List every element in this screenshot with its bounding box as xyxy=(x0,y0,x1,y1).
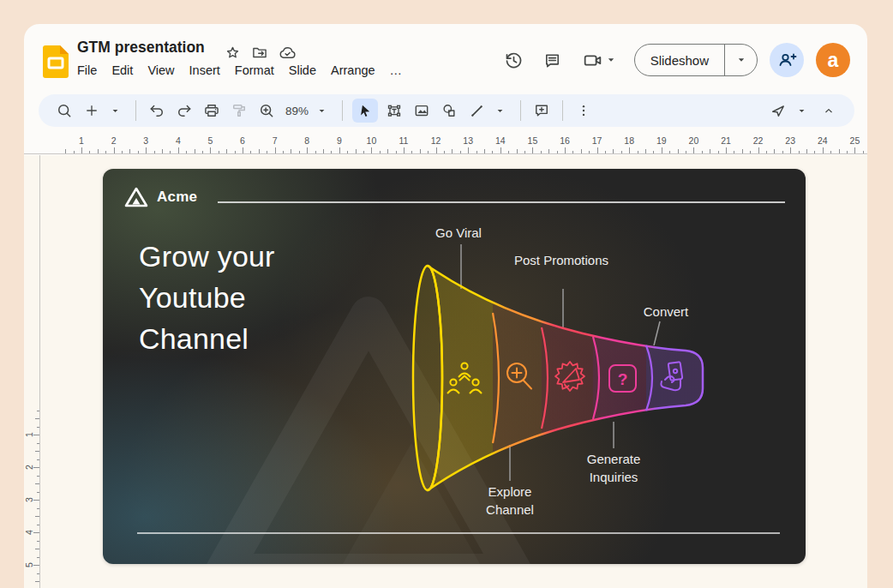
meet-camera-button[interactable] xyxy=(572,50,626,71)
funnel-label-convert[interactable]: Convert xyxy=(610,303,722,321)
ruler-tick xyxy=(605,151,606,154)
funnel-label-explore-channel[interactable]: Explore Channel xyxy=(470,483,550,519)
star-icon[interactable] xyxy=(223,43,242,62)
ruler-tick xyxy=(799,151,800,154)
cloud-saved-icon[interactable] xyxy=(278,43,297,62)
print-icon[interactable] xyxy=(201,99,223,123)
ruler-tick xyxy=(299,151,300,154)
menu-item-file[interactable]: File xyxy=(77,63,97,77)
document-title[interactable]: GTM presentation xyxy=(77,39,205,57)
ruler-tick xyxy=(645,149,646,153)
ruler-tick xyxy=(35,483,39,484)
ruler-number: 10 xyxy=(364,135,378,146)
ruler-tick xyxy=(347,151,348,154)
vertical-ruler[interactable]: 12345 xyxy=(24,155,39,588)
ruler-tick xyxy=(243,147,243,153)
main-toolbar: 89% xyxy=(39,94,854,127)
horizontal-ruler[interactable]: 1234567891011121314151617181920212223242… xyxy=(24,135,867,154)
line-dropdown-icon[interactable] xyxy=(488,99,511,123)
menu-item-arrange[interactable]: Arrange xyxy=(331,63,375,77)
ruler-number: 12 xyxy=(429,135,443,146)
pointer-dropdown-icon[interactable] xyxy=(790,99,812,123)
zoom-level-value[interactable]: 89% xyxy=(285,105,309,117)
person-add-icon xyxy=(776,50,797,70)
search-icon[interactable] xyxy=(53,99,75,123)
comments-icon[interactable] xyxy=(533,43,572,77)
app-header: GTM presentation FileEditViewInsertForma… xyxy=(24,24,867,94)
ruler-tick xyxy=(35,581,39,582)
ruler-tick xyxy=(863,151,864,154)
new-slide-button[interactable] xyxy=(81,99,103,123)
slideshow-button[interactable]: Slideshow xyxy=(635,45,724,75)
paint-format-icon[interactable] xyxy=(228,99,250,123)
ruler-tick xyxy=(275,147,276,153)
version-history-icon[interactable] xyxy=(494,43,533,77)
ruler-tick xyxy=(492,151,493,154)
slideshow-options-button[interactable] xyxy=(724,45,757,75)
menu-item-edit[interactable]: Edit xyxy=(111,63,133,77)
redo-icon[interactable] xyxy=(173,99,195,123)
select-cursor-icon[interactable] xyxy=(352,99,378,123)
chevron-down-icon xyxy=(607,56,615,64)
ruler-tick xyxy=(154,151,155,154)
move-folder-icon[interactable] xyxy=(250,43,269,62)
menu-item-format[interactable]: Format xyxy=(235,63,274,77)
ruler-tick xyxy=(532,147,533,153)
ruler-number: 5 xyxy=(203,135,217,146)
ruler-number: 15 xyxy=(525,135,539,146)
ruler-tick xyxy=(806,149,807,153)
ruler-tick xyxy=(37,427,40,428)
laser-pointer-icon[interactable] xyxy=(767,99,789,123)
ruler-tick xyxy=(428,151,429,154)
share-button[interactable] xyxy=(770,43,804,77)
menu-item-more[interactable]: … xyxy=(390,63,403,77)
ruler-number: 25 xyxy=(848,135,861,146)
funnel-label-post-promotions[interactable]: Post Promotions xyxy=(512,251,610,269)
slideshow-split-button: Slideshow xyxy=(634,44,758,76)
ruler-tick xyxy=(597,147,598,153)
menu-item-insert[interactable]: Insert xyxy=(189,63,220,77)
ruler-tick xyxy=(387,149,388,153)
ruler-tick xyxy=(758,147,759,153)
ruler-tick xyxy=(37,476,40,477)
ruler-number: 16 xyxy=(558,135,572,146)
ruler-tick xyxy=(557,151,558,154)
account-avatar[interactable]: a xyxy=(816,43,850,77)
funnel-body[interactable] xyxy=(428,266,703,490)
ruler-tick xyxy=(702,151,703,154)
slide-canvas[interactable]: Acme Grow your Youtube Channel xyxy=(103,169,806,564)
undo-icon[interactable] xyxy=(146,99,168,123)
menu-item-slide[interactable]: Slide xyxy=(289,63,316,77)
funnel-label-go-viral[interactable]: Go Viral xyxy=(403,224,514,242)
insert-image-icon[interactable] xyxy=(411,99,433,123)
zoom-in-icon[interactable] xyxy=(255,99,278,123)
new-slide-dropdown-icon[interactable] xyxy=(104,99,126,123)
text-box-icon[interactable] xyxy=(383,99,405,123)
ruler-tick xyxy=(37,573,40,574)
add-comment-icon[interactable] xyxy=(530,99,553,123)
ruler-tick xyxy=(548,149,549,153)
collapse-menus-icon[interactable] xyxy=(818,99,840,123)
ruler-tick xyxy=(565,147,566,153)
slides-app-window: GTM presentation FileEditViewInsertForma… xyxy=(24,24,867,588)
ruler-tick xyxy=(363,151,364,154)
ruler-tick xyxy=(235,151,236,154)
ruler-tick xyxy=(452,149,452,153)
toolbar-separator xyxy=(562,100,563,121)
funnel-label-generate-inquiries[interactable]: Generate Inquiries xyxy=(571,450,656,486)
ruler-number: 3 xyxy=(139,135,153,146)
ruler-tick xyxy=(339,147,340,153)
ruler-tick xyxy=(823,147,824,153)
ruler-tick xyxy=(323,149,324,153)
ruler-tick xyxy=(65,149,66,153)
zoom-dropdown-icon[interactable] xyxy=(310,99,333,123)
ruler-tick xyxy=(33,565,39,566)
insert-shape-icon[interactable] xyxy=(438,99,460,123)
slides-logo[interactable] xyxy=(43,45,69,81)
menu-item-view[interactable]: View xyxy=(147,63,174,77)
ruler-tick xyxy=(371,147,372,153)
more-options-icon[interactable] xyxy=(572,99,595,123)
ruler-tick xyxy=(589,151,590,154)
ruler-number: 22 xyxy=(752,135,765,146)
insert-line-icon[interactable] xyxy=(465,99,488,123)
